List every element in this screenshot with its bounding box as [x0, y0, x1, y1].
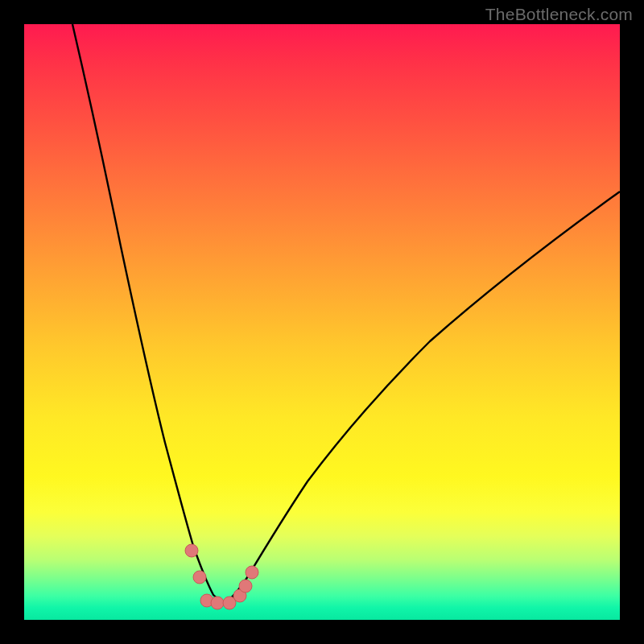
svg-point-1 — [193, 571, 206, 584]
right-curve — [225, 192, 620, 602]
left-curve — [72, 24, 225, 602]
plot-area — [24, 24, 620, 620]
curve-layer — [24, 24, 620, 620]
valley-markers — [185, 544, 258, 609]
watermark-text: TheBottleneck.com — [485, 5, 633, 24]
svg-point-3 — [211, 597, 224, 609]
svg-point-7 — [246, 566, 258, 579]
svg-point-6 — [239, 580, 252, 592]
chart-frame: TheBottleneck.com — [0, 0, 644, 644]
svg-point-0 — [185, 544, 198, 557]
